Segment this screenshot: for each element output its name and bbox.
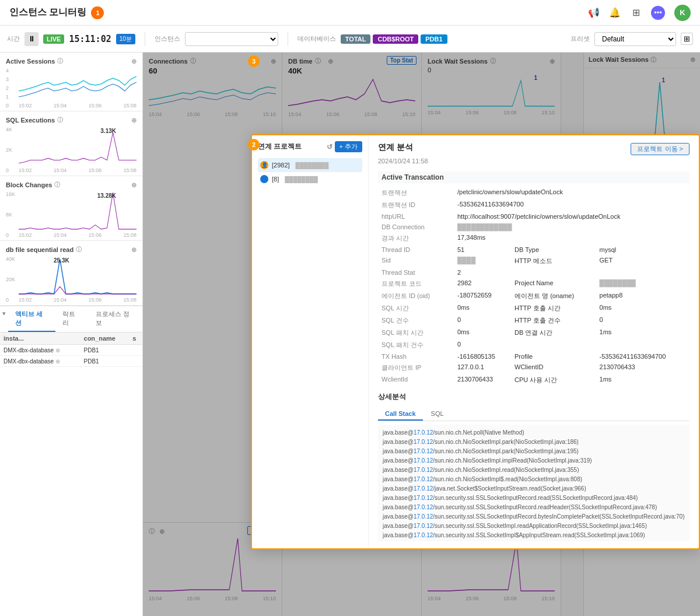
- value-httpcalltime: 0ms: [596, 302, 690, 314]
- db-tag-cdb[interactable]: CDB$ROOT: [373, 34, 418, 44]
- cs-link-3[interactable]: 17.0.12: [414, 448, 433, 454]
- callstack-tabs: Call Stack SQL: [378, 408, 690, 421]
- bell-icon[interactable]: 🔔: [609, 7, 621, 19]
- divider2: [288, 32, 288, 46]
- add-project-btn[interactable]: + 추가: [335, 141, 362, 152]
- project-item-1[interactable]: 👤 [2982] ████████: [258, 158, 362, 172]
- copy-icon-2[interactable]: ⊕: [55, 358, 60, 365]
- value-sqlcount: 0: [454, 314, 511, 327]
- chart-content4: 25.3K: [19, 256, 136, 296]
- value-dbtype: mysql: [596, 244, 690, 255]
- cs-link-5[interactable]: 17.0.12: [414, 467, 433, 473]
- cs-line-13: java.base@17.0.12/java.io.FilterInputStr…: [383, 540, 685, 541]
- cs-link-7[interactable]: 17.0.12: [414, 485, 433, 492]
- modal-project-panel: 연계 프로젝트 ↺ + 추가 👤 [2982] ████████: [252, 135, 369, 548]
- cs-link-4[interactable]: 17.0.12: [414, 457, 433, 464]
- preset-section: 프리셋 Default ⊞: [570, 32, 693, 46]
- cs-link-9[interactable]: 17.0.12: [414, 504, 433, 510]
- info-icon4[interactable]: ⓘ: [76, 246, 82, 254]
- detail-title: 상세분석: [378, 392, 690, 402]
- info-icon2[interactable]: ⓘ: [57, 116, 63, 124]
- block-changes-title: Block Changes ⓘ ⊕: [6, 181, 136, 189]
- cs-link-6[interactable]: 17.0.12: [414, 476, 433, 482]
- tab-callstack[interactable]: Call Stack: [378, 408, 423, 421]
- active-sessions-chart: 43210 15:0215:0415:0615:08: [6, 68, 136, 108]
- instance-select[interactable]: [185, 32, 278, 46]
- label-sqlcount: SQL 건수: [378, 314, 454, 327]
- cs-link-12[interactable]: 17.0.12: [414, 532, 433, 538]
- more-icon[interactable]: •••: [651, 6, 665, 20]
- preset-select[interactable]: Default: [594, 32, 676, 46]
- peak-label: 3.13K: [100, 128, 116, 134]
- cs-line-3: java.base@17.0.12/sun.nio.ch.NioSocketIm…: [383, 447, 685, 456]
- bottom-tabs: ▾ 액티브 세션 락트리 프로세스 정보: [0, 306, 142, 332]
- page-title: 인스턴스 모니터링 1: [9, 6, 104, 19]
- info-row-url: httpURL http://localhost:9007/petclinic/…: [378, 211, 690, 222]
- y-axis3: 16K8K0: [6, 191, 19, 238]
- preset-label: 프리셋: [570, 34, 590, 43]
- db-file-panel: db file sequential read ⓘ ⊕ 40K20K0 25.3…: [0, 241, 142, 306]
- tab-active-sessions[interactable]: 액티브 세션: [8, 306, 55, 332]
- x-axis4: 15:0215:0415:0615:08: [19, 297, 136, 303]
- modal-body: 연계 프로젝트 ↺ + 추가 👤 [2982] ████████: [252, 135, 699, 548]
- copy-icon-1[interactable]: ⊕: [55, 347, 60, 354]
- y-axis4: 40K20K0: [6, 256, 19, 303]
- cs-link-8[interactable]: 17.0.12: [414, 495, 433, 501]
- label-httpcalltime: HTTP 호출 시간: [511, 302, 596, 314]
- session-row-2[interactable]: DMX-dbx-database ⊕ PDB1: [0, 356, 142, 367]
- tab-process-info[interactable]: 프로세스 정보: [89, 306, 142, 332]
- refresh-proj-icon[interactable]: ↺: [327, 143, 332, 151]
- proj-name-mask-1: ████████: [296, 162, 329, 169]
- cell-s-2: [129, 356, 142, 367]
- value-cpuusage: 1ms: [596, 374, 690, 386]
- collapse-arrow[interactable]: ▾: [0, 306, 8, 332]
- value-sid: ████: [454, 255, 511, 267]
- project-item-2[interactable]: 👤 [8] ████████: [258, 172, 362, 186]
- session-row-1[interactable]: DMX-dbx-database ⊕ PDB1: [0, 345, 142, 356]
- expand-icon4[interactable]: ⊕: [131, 246, 136, 254]
- badge-2: 2: [248, 139, 260, 150]
- value-dbconn: ████████████: [454, 222, 690, 232]
- col-con: con_name: [80, 332, 130, 345]
- expand-icon3[interactable]: ⊕: [131, 181, 136, 189]
- grid-icon[interactable]: ⊞: [630, 7, 642, 19]
- cs-line-10: java.base@17.0.12/sun.security.ssl.SSLSo…: [383, 512, 685, 522]
- divider1: [145, 32, 145, 46]
- peak-label3: 25.3K: [54, 257, 69, 264]
- tab-sql[interactable]: SQL: [424, 408, 451, 421]
- instance-label: 인스턴스: [155, 34, 180, 43]
- value-wclientid2: 2130706433: [454, 374, 511, 386]
- cs-link-2[interactable]: 17.0.12: [414, 439, 433, 445]
- cs-line-11: java.base@17.0.12/sun.security.ssl.SSLSo…: [383, 522, 685, 531]
- info-icon[interactable]: ⓘ: [57, 57, 63, 65]
- value-sqlfetch: 0ms: [454, 327, 511, 339]
- preset-config-button[interactable]: ⊞: [681, 33, 693, 45]
- db-tag-pdb[interactable]: PDB1: [421, 34, 447, 44]
- info-row-sqlfetch: SQL 패치 시간 0ms DB 연결 시간 1ms: [378, 327, 690, 339]
- db-tag-total[interactable]: TOTAL: [341, 34, 371, 44]
- pause-button[interactable]: ⏸: [24, 32, 38, 46]
- value-agentid: -180752659: [454, 290, 511, 302]
- expand-icon2[interactable]: ⊕: [131, 117, 136, 124]
- value-agentname: petapp8: [596, 290, 690, 302]
- info-row-threadstat: Thread Stat 2: [378, 267, 690, 278]
- cs-line-8: java.base@17.0.12/sun.security.ssl.SSLSo…: [383, 494, 685, 503]
- proj-id-1: [2982]: [272, 162, 290, 169]
- label-txhash: TX Hash: [378, 351, 454, 362]
- db-section: 데이터베이스 TOTAL CDB$ROOT PDB1: [298, 34, 447, 44]
- megaphone-icon[interactable]: 📢: [588, 7, 600, 19]
- info-icon3[interactable]: ⓘ: [54, 181, 60, 189]
- time-display: 15:11:02: [69, 34, 111, 44]
- cs-link-1[interactable]: 17.0.12: [414, 429, 433, 436]
- label-txn: 트랜잭션: [378, 187, 454, 199]
- modal-move-button[interactable]: 프로젝트 이동 >: [631, 143, 690, 155]
- label-sqltime: SQL 시간: [378, 302, 454, 314]
- col-insta: insta...: [0, 332, 80, 345]
- label-wclientid: WClientID: [511, 362, 596, 374]
- value-txhash: -1616805135: [454, 351, 511, 362]
- tab-lock-tree[interactable]: 락트리: [55, 306, 89, 332]
- expand-icon[interactable]: ⊕: [131, 58, 136, 65]
- cs-link-10[interactable]: 17.0.12: [414, 513, 433, 520]
- cs-link-11[interactable]: 17.0.12: [414, 523, 433, 529]
- badge-2-container: 2: [248, 139, 260, 150]
